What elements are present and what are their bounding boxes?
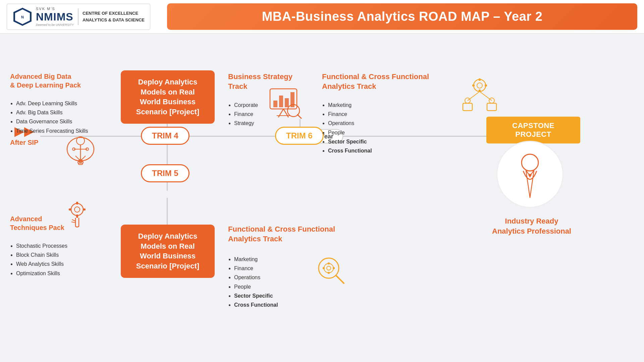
func-bot-item-3: Operations: [234, 273, 278, 282]
svg-point-34: [477, 83, 482, 88]
svg-rect-36: [479, 89, 481, 92]
techniques-list: Stochastic Processes Block Chain Skills …: [10, 241, 67, 278]
svg-rect-24: [273, 101, 277, 107]
tech-icon: [57, 194, 97, 233]
nmims-logo-icon: N: [12, 7, 33, 27]
logo-tagline: Deemed to be UNIVERSITY: [36, 23, 74, 26]
svg-rect-54: [328, 272, 330, 274]
svg-line-28: [278, 109, 283, 117]
strategy-item-1: Corporate: [234, 101, 258, 110]
svg-point-14: [71, 203, 83, 216]
func-bot-item-5: Sector Specific: [234, 291, 278, 300]
svg-line-21: [71, 222, 75, 223]
industry-label: Industry ReadyAnalytics Professional: [483, 216, 580, 236]
project-box-top: Deploy AnalyticsModels on RealWorld Busi…: [121, 70, 215, 124]
logo-divider: [78, 8, 78, 25]
svg-point-4: [76, 137, 85, 145]
bigdata-list: Adv. Deep Learning Skills Adv. Big Data …: [10, 99, 88, 135]
func-bot-item-1: Marketing: [234, 255, 278, 264]
project-box-bottom: Deploy AnalyticsModels on RealWorld Busi…: [121, 225, 215, 278]
techniques-item-4: Optimization Skills: [16, 269, 67, 278]
industry-circle: [496, 141, 564, 208]
centre-label: CENTRE OF EXCELLENCEANALYTICS & DATA SCI…: [83, 10, 145, 23]
techniques-item-2: Block Chain Skills: [16, 250, 67, 259]
trim5-box: TRIM 5: [141, 164, 190, 182]
svg-point-45: [522, 154, 538, 171]
gear-network-icon: [456, 77, 503, 122]
svg-line-32: [298, 115, 301, 118]
svg-rect-38: [485, 84, 487, 86]
func-bot-item-4: People: [234, 282, 278, 291]
svg-point-51: [324, 263, 333, 273]
svkm-label: SVK M'S: [36, 7, 74, 11]
functional-bottom-title: Functional & Cross FunctionalAnalytics T…: [228, 225, 345, 244]
techniques-item-3: Web Analytics Skills: [16, 259, 67, 268]
func-top-item-2: Finance: [328, 110, 372, 119]
func-top-item-6: Cross Functional: [328, 146, 372, 155]
trim6-box: TRIM 6: [275, 127, 324, 145]
svg-line-43: [468, 92, 480, 101]
svg-text:N: N: [21, 15, 24, 19]
svg-line-20: [72, 220, 75, 221]
svg-rect-56: [333, 267, 335, 269]
svg-rect-35: [479, 78, 481, 81]
after-sip-label: After SIP: [10, 139, 38, 146]
svg-rect-13: [78, 163, 83, 165]
svg-rect-19: [83, 208, 86, 210]
svg-rect-53: [328, 262, 330, 264]
bigdata-item-3: Data Governance Skills: [16, 117, 88, 126]
nmims-label: NMIMS: [36, 11, 74, 23]
svg-rect-55: [323, 267, 325, 269]
func-top-item-3: Operations: [328, 119, 372, 128]
svg-rect-16: [76, 202, 78, 204]
svg-point-52: [327, 266, 331, 270]
analytics-icon: [265, 85, 302, 124]
functional-top-list: Marketing Finance Operations People Sect…: [322, 101, 372, 155]
strategy-item-2: Finance: [234, 110, 258, 119]
func-top-item-1: Marketing: [328, 101, 372, 110]
brain-icon: [60, 131, 101, 169]
techniques-item-1: Stochastic Processes: [16, 241, 67, 250]
strategy-item-3: Strategy: [234, 119, 258, 128]
main-title: MBA-Business Analytics ROAD MAP – Year 2: [167, 3, 637, 30]
svg-rect-41: [487, 103, 496, 111]
content-area: 2nd Year ▶▶ After SIP TRIM 4 TRIM 5 TRIM…: [0, 34, 644, 362]
svg-rect-25: [279, 96, 283, 107]
logo-text: SVK M'S NMIMS Deemed to be UNIVERSITY: [36, 7, 74, 26]
trim4-box: TRIM 4: [141, 127, 190, 145]
svg-point-15: [74, 207, 80, 212]
trim5-bottom-connector: [167, 198, 168, 225]
header: N SVK M'S NMIMS Deemed to be UNIVERSITY …: [0, 0, 644, 34]
func-top-item-4: People: [328, 128, 372, 137]
bigdata-item-2: Adv. Big Data Skills: [16, 108, 88, 117]
functional-top-title: Functional & Cross FunctionalAnalytics T…: [322, 72, 443, 91]
func-bot-item-6: Cross Functional: [234, 300, 278, 309]
func-top-item-5: Sector Specific: [328, 137, 372, 146]
logo-box: N SVK M'S NMIMS Deemed to be UNIVERSITY …: [7, 4, 150, 30]
functional-bottom-list: Marketing Finance Operations People Sect…: [228, 255, 278, 309]
func-bot-item-2: Finance: [234, 264, 278, 273]
svg-line-44: [480, 92, 492, 101]
bigdata-title: Advanced Big Data& Deep Learning Pack: [10, 72, 114, 89]
svg-point-22: [76, 216, 78, 218]
capstone-box: CAPSTONE PROJECT: [486, 117, 580, 143]
strategy-list: Corporate Finance Strategy: [228, 101, 258, 128]
svg-rect-37: [472, 84, 475, 86]
svg-rect-39: [463, 103, 472, 111]
svg-rect-26: [285, 98, 289, 107]
search-gear-icon: [312, 251, 352, 290]
bigdata-item-1: Adv. Deep Learning Skills: [16, 99, 88, 108]
svg-rect-18: [69, 208, 71, 210]
svg-line-50: [336, 276, 344, 283]
